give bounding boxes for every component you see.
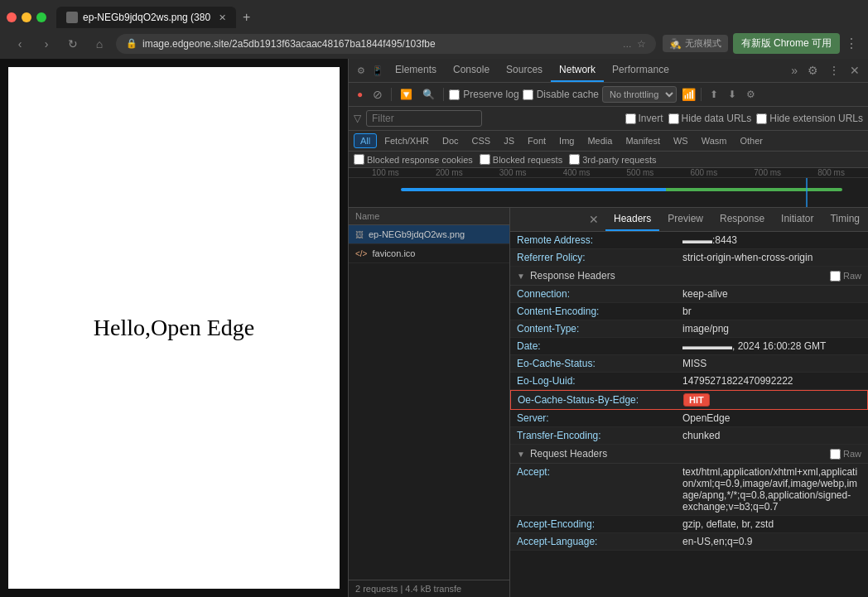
url-bar[interactable]: 🔒 image.edgeone.site/2a5db1913f63acaac48… [116, 34, 656, 54]
details-tab-preview[interactable]: Preview [659, 208, 711, 231]
devtools-mobile-icon: 📱 [369, 60, 387, 81]
third-party-input[interactable] [569, 154, 580, 165]
star-icon[interactable]: ☆ [637, 38, 646, 50]
blocked-requests-input[interactable] [480, 154, 490, 165]
disable-cache-checkbox[interactable]: Disable cache [523, 89, 599, 100]
raw-checkbox-input[interactable] [830, 271, 841, 282]
header-value-accept-language: en-US,en;q=0.9 [682, 536, 861, 547]
response-headers-section[interactable]: ▼ Response Headers Raw [510, 267, 868, 286]
toolbar-separator-1 [391, 88, 392, 101]
hide-extension-input[interactable] [756, 113, 767, 124]
devtools-menu[interactable]: ⋮ [825, 60, 843, 80]
traffic-lights [7, 12, 46, 22]
forward-button[interactable]: › [36, 34, 56, 54]
tab-bar: ep-NEGb9jdqO2ws.png (380 ✕ + [0, 0, 868, 28]
timeline-label-1: 200 ms [417, 168, 481, 177]
hide-extension-checkbox[interactable]: Hide extension URLs [756, 113, 863, 124]
details-tab-response[interactable]: Response [711, 208, 773, 231]
type-btn-doc[interactable]: Doc [436, 134, 465, 147]
timeline-label-0: 100 ms [354, 168, 417, 177]
disable-cache-label: Disable cache [537, 89, 599, 100]
minimize-button[interactable] [22, 12, 31, 22]
req-raw-label: Raw [843, 449, 861, 459]
tab-network[interactable]: Network [551, 59, 604, 82]
tab-sources[interactable]: Sources [498, 59, 551, 82]
type-btn-font[interactable]: Font [522, 134, 552, 147]
type-btn-ws[interactable]: WS [668, 134, 694, 147]
update-chrome-button[interactable]: 有新版 Chrome 可用 [733, 33, 840, 54]
details-tab-initiator[interactable]: Initiator [773, 208, 822, 231]
home-button[interactable]: ⌂ [89, 34, 109, 54]
record-button[interactable]: ● [354, 87, 366, 102]
req-raw-checkbox-input[interactable] [830, 449, 841, 460]
type-btn-img[interactable]: Img [553, 134, 580, 147]
filter-toggle[interactable]: 🔽 [397, 87, 416, 102]
clear-button[interactable]: ⊘ [369, 86, 386, 103]
header-name-accept-encoding: Accept-Encoding: [517, 518, 682, 530]
request-item-0[interactable]: 🖼 ep-NEGb9jdqO2ws.png [349, 225, 509, 244]
type-btn-media[interactable]: Media [581, 134, 618, 147]
request-headers-section[interactable]: ▼ Request Headers Raw [510, 445, 868, 464]
more-options-button[interactable]: ⋮ [845, 36, 858, 51]
hide-data-urls-input[interactable] [668, 113, 679, 124]
devtools-settings[interactable]: ⚙ [804, 60, 822, 80]
close-button[interactable] [7, 12, 17, 22]
details-tab-headers[interactable]: Headers [605, 208, 659, 231]
maximize-button[interactable] [36, 12, 46, 22]
header-value-eo-cache: MISS [682, 358, 861, 369]
type-btn-manifest[interactable]: Manifest [620, 134, 666, 147]
blocked-requests-checkbox[interactable]: Blocked requests [480, 154, 562, 165]
details-tab-timing[interactable]: Timing [822, 208, 868, 231]
details-close-button[interactable]: ✕ [582, 208, 605, 231]
hide-data-urls-label: Hide data URLs [682, 113, 752, 124]
type-btn-js[interactable]: JS [498, 134, 520, 147]
incognito-button[interactable]: 🕵 无痕模式 [663, 35, 728, 52]
type-btn-fetch[interactable]: Fetch/XHR [379, 134, 435, 147]
header-name-encoding: Content-Encoding: [517, 306, 682, 317]
tab-favicon [66, 12, 78, 23]
url-text: image.edgeone.site/2a5db1913f63acaac4816… [142, 38, 436, 50]
settings-button[interactable]: ⚙ [743, 87, 759, 102]
hide-data-urls-checkbox[interactable]: Hide data URLs [668, 113, 752, 124]
refresh-button[interactable]: ↻ [63, 34, 83, 54]
filter-input[interactable] [366, 110, 482, 127]
tab-elements[interactable]: Elements [387, 59, 445, 82]
preserve-log-input[interactable] [449, 89, 460, 100]
import-button[interactable]: ⬆ [706, 87, 721, 102]
blocked-cookies-input[interactable] [354, 154, 364, 165]
header-row-transfer: Transfer-Encoding: chunked [510, 427, 868, 445]
header-row-server: Server: OpenEdge [510, 410, 868, 427]
tab-console[interactable]: Console [445, 59, 498, 82]
export-button[interactable]: ⬇ [725, 87, 740, 102]
throttle-select[interactable]: No throttling Fast 3G Slow 3G [602, 86, 677, 103]
devtools-close[interactable]: ✕ [846, 60, 863, 80]
blocked-requests-label: Blocked requests [493, 155, 562, 165]
tab-performance[interactable]: Performance [604, 59, 678, 82]
type-btn-css[interactable]: CSS [466, 134, 497, 147]
new-tab-button[interactable]: + [239, 7, 253, 28]
devtools-icon: ⚙ [354, 60, 369, 81]
requests-footer: 2 requests | 4.4 kB transfe [349, 580, 509, 597]
blocked-cookies-label: Blocked response cookies [367, 155, 473, 165]
request-item-1[interactable]: </> favicon.ico [349, 244, 509, 263]
tab-close-button[interactable]: ✕ [219, 12, 226, 23]
filter-bar: ▽ Invert Hide data URLs Hide extension U… [349, 107, 868, 131]
blocked-cookies-checkbox[interactable]: Blocked response cookies [354, 154, 473, 165]
req-raw-checkbox[interactable]: Raw [830, 449, 861, 460]
search-button[interactable]: 🔍 [419, 87, 438, 102]
devtools-more-tabs[interactable]: » [788, 60, 801, 80]
third-party-checkbox[interactable]: 3rd-party requests [569, 154, 656, 165]
type-btn-all[interactable]: All [354, 133, 377, 148]
disable-cache-input[interactable] [523, 89, 533, 100]
back-button[interactable]: ‹ [10, 34, 30, 54]
type-btn-other[interactable]: Other [734, 134, 769, 147]
active-tab[interactable]: ep-NEGb9jdqO2ws.png (380 ✕ [56, 7, 236, 28]
header-row-content-type: Content-Type: image/png [510, 320, 868, 338]
header-name-eo-uuid: Eo-Log-Uuid: [517, 375, 682, 387]
name-column-header: Name [355, 211, 379, 221]
type-btn-wasm[interactable]: Wasm [696, 134, 733, 147]
invert-input[interactable] [625, 113, 636, 124]
invert-checkbox[interactable]: Invert [625, 113, 663, 124]
raw-checkbox[interactable]: Raw [830, 271, 861, 282]
preserve-log-checkbox[interactable]: Preserve log [449, 89, 518, 100]
